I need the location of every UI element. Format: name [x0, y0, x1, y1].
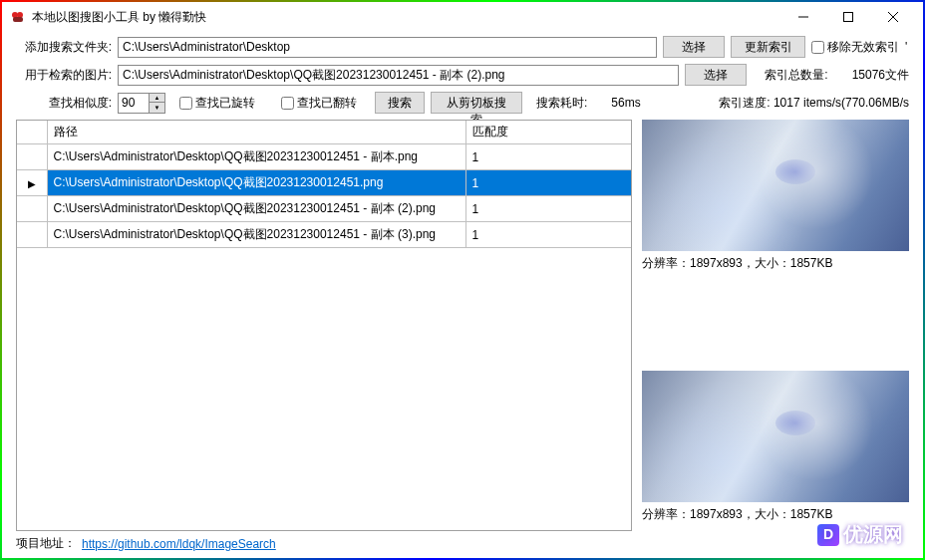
- image-input[interactable]: [118, 65, 679, 86]
- close-button[interactable]: [870, 3, 915, 31]
- watermark-text: 优源网: [843, 521, 903, 548]
- cell-path: C:\Users\Administrator\Desktop\QQ截图20231…: [47, 144, 465, 170]
- preview-image-2[interactable]: [642, 371, 909, 502]
- table-row[interactable]: C:\Users\Administrator\Desktop\QQ截图20231…: [17, 196, 631, 222]
- preview-image-1[interactable]: [642, 120, 909, 251]
- col-match-header[interactable]: 匹配度: [465, 121, 631, 144]
- window-title: 本地以图搜图小工具 by 懒得勤快: [32, 9, 780, 26]
- window-controls: [780, 3, 915, 31]
- rotated-label: 查找已旋转: [195, 95, 255, 112]
- results-table: 路径 匹配度 C:\Users\Administrator\Desktop\QQ…: [17, 121, 631, 248]
- cell-match: 1: [465, 196, 631, 222]
- flipped-label: 查找已翻转: [297, 95, 357, 112]
- svg-rect-4: [843, 13, 852, 22]
- row-indicator: [17, 196, 47, 222]
- app-window: 本地以图搜图小工具 by 懒得勤快 添加搜索文件夹: 选择 更新索引 移除无效索…: [0, 0, 925, 560]
- index-count-value: 15076文件: [852, 67, 909, 84]
- folder-input[interactable]: [118, 37, 657, 58]
- preview-block-1: 分辨率：1897x893，大小：1857KB: [642, 120, 909, 272]
- minimize-button[interactable]: [780, 3, 825, 31]
- cell-match: 1: [465, 222, 631, 248]
- content-area: 添加搜索文件夹: 选择 更新索引 移除无效索引 ' 用于检索的图片: 选择 索引…: [2, 32, 923, 558]
- cell-path: C:\Users\Administrator\Desktop\QQ截图20231…: [47, 222, 465, 248]
- watermark-icon: [817, 524, 839, 546]
- preview-pane: 分辨率：1897x893，大小：1857KB 分辨率：1897x893，大小：1…: [642, 120, 909, 531]
- similarity-input[interactable]: [118, 93, 150, 114]
- footer: 项目地址： https://github.com/ldqk/ImageSearc…: [16, 531, 909, 552]
- similarity-stepper[interactable]: ▲ ▼: [118, 93, 165, 114]
- options-row: 查找相似度: ▲ ▼ 查找已旋转 查找已翻转 搜索 从剪切板搜索 搜索耗时: 5…: [16, 92, 909, 114]
- update-index-button[interactable]: 更新索引: [731, 36, 805, 58]
- remove-invalid-checkbox-input[interactable]: [811, 41, 824, 54]
- remove-invalid-label: 移除无效索引: [827, 39, 899, 56]
- rotated-checkbox[interactable]: 查找已旋转: [179, 95, 255, 112]
- preview-block-2: 分辨率：1897x893，大小：1857KB: [642, 371, 909, 523]
- cell-path: C:\Users\Administrator\Desktop\QQ截图20231…: [47, 196, 465, 222]
- project-label: 项目地址：: [16, 535, 76, 552]
- cell-match: 1: [465, 170, 631, 196]
- rotated-checkbox-input[interactable]: [179, 97, 192, 110]
- row-indicator: ▶: [17, 170, 47, 196]
- svg-rect-2: [13, 17, 23, 22]
- main-area: 路径 匹配度 C:\Users\Administrator\Desktop\QQ…: [16, 120, 909, 531]
- clipboard-search-button[interactable]: 从剪切板搜索: [431, 92, 522, 114]
- index-count-label: 索引总数量:: [765, 67, 827, 84]
- remove-invalid-checkbox[interactable]: 移除无效索引: [811, 39, 899, 56]
- elapsed-value: 56ms: [611, 96, 640, 110]
- table-row[interactable]: C:\Users\Administrator\Desktop\QQ截图20231…: [17, 144, 631, 170]
- cell-match: 1: [465, 144, 631, 170]
- watermark: 优源网: [817, 521, 903, 548]
- row-indicator: [17, 222, 47, 248]
- image-row: 用于检索的图片: 选择 索引总数量: 15076文件: [16, 64, 909, 86]
- table-row[interactable]: C:\Users\Administrator\Desktop\QQ截图20231…: [17, 222, 631, 248]
- folder-label: 添加搜索文件夹:: [16, 39, 112, 56]
- similarity-spinner: ▲ ▼: [150, 93, 165, 114]
- image-choose-button[interactable]: 选择: [685, 64, 747, 86]
- app-icon: [10, 9, 26, 25]
- results-table-pane: 路径 匹配度 C:\Users\Administrator\Desktop\QQ…: [16, 120, 632, 531]
- search-button[interactable]: 搜索: [375, 92, 425, 114]
- project-link[interactable]: https://github.com/ldqk/ImageSearch: [82, 537, 276, 551]
- folder-choose-button[interactable]: 选择: [663, 36, 725, 58]
- folder-row: 添加搜索文件夹: 选择 更新索引 移除无效索引 ': [16, 36, 909, 58]
- index-speed: 索引速度: 1017 items/s(770.06MB/s: [719, 95, 909, 112]
- cell-path: C:\Users\Administrator\Desktop\QQ截图20231…: [47, 170, 465, 196]
- col-indicator[interactable]: [17, 121, 47, 144]
- table-row[interactable]: ▶C:\Users\Administrator\Desktop\QQ截图2023…: [17, 170, 631, 196]
- elapsed-label: 搜索耗时:: [536, 95, 587, 112]
- spin-down-button[interactable]: ▼: [150, 103, 164, 113]
- row-indicator: [17, 144, 47, 170]
- flipped-checkbox[interactable]: 查找已翻转: [281, 95, 357, 112]
- spin-up-button[interactable]: ▲: [150, 94, 164, 104]
- preview-caption-1: 分辨率：1897x893，大小：1857KB: [642, 255, 909, 272]
- flipped-checkbox-input[interactable]: [281, 97, 294, 110]
- col-path-header[interactable]: 路径: [47, 121, 465, 144]
- maximize-button[interactable]: [825, 3, 870, 31]
- similarity-label: 查找相似度:: [16, 95, 112, 112]
- titlebar: 本地以图搜图小工具 by 懒得勤快: [2, 2, 923, 32]
- image-label: 用于检索的图片:: [16, 67, 112, 84]
